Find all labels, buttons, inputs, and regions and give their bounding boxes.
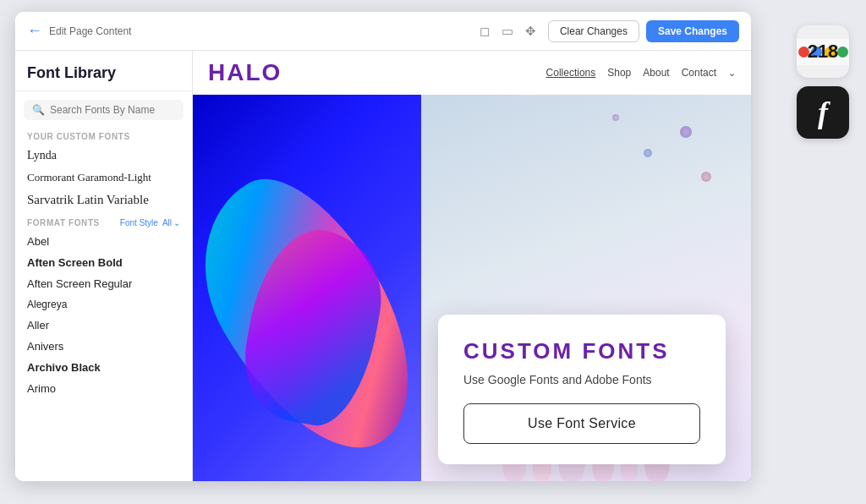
nav-about[interactable]: About bbox=[643, 67, 669, 79]
desktop-icon[interactable]: ◻ bbox=[480, 24, 490, 39]
custom-fonts-panel-subtitle: Use Google Fonts and Adobe Fonts bbox=[463, 373, 700, 386]
nav-contact[interactable]: Contact bbox=[682, 67, 716, 79]
font-item-aften-regular[interactable]: Aften Screen Regular bbox=[15, 273, 192, 294]
hand-graphic bbox=[193, 95, 421, 481]
edit-page-label: Edit Page Content bbox=[49, 25, 131, 37]
custom-fonts-panel: CUSTOM FONTS Use Google Fonts and Adobe … bbox=[438, 315, 726, 464]
nav-shop[interactable]: Shop bbox=[607, 67, 631, 79]
font-item-abel[interactable]: Abel bbox=[15, 231, 192, 252]
font-style-filter[interactable]: Font Style All ⌄ bbox=[120, 218, 180, 227]
search-box: 🔍 bbox=[24, 100, 184, 120]
font-item-anivers[interactable]: Anivers bbox=[15, 336, 192, 357]
main-area: Font Library 🔍 YOUR CUSTOM FONTS Lynda C… bbox=[15, 51, 751, 481]
search-icon: 🔍 bbox=[32, 104, 45, 116]
custom-font-sarvatrik[interactable]: Sarvatrik Latin Variable bbox=[15, 189, 192, 211]
back-button[interactable]: ← bbox=[27, 22, 42, 40]
fullscreen-icon[interactable]: ✥ bbox=[525, 24, 536, 39]
tablet-icon[interactable]: ▭ bbox=[502, 24, 513, 39]
nav-chevron-icon[interactable]: ⌄ bbox=[728, 68, 736, 79]
adobe-f-icon: f bbox=[818, 95, 828, 130]
font-item-alegreya[interactable]: Alegreya bbox=[15, 294, 192, 315]
search-input[interactable] bbox=[50, 104, 175, 116]
custom-font-lynda[interactable]: Lynda bbox=[15, 145, 192, 167]
gf-number-label: 218 bbox=[808, 41, 839, 63]
font-style-value: All bbox=[162, 218, 172, 227]
custom-font-cormorant[interactable]: Cormorant Garamond-Light bbox=[15, 167, 192, 189]
font-style-label: Font Style bbox=[120, 218, 158, 227]
clear-changes-button[interactable]: Clear Changes bbox=[548, 20, 639, 42]
adobe-fonts-icon[interactable]: f bbox=[797, 86, 849, 139]
site-nav-links: Collections Shop About Contact ⌄ bbox=[546, 67, 736, 79]
sidebar-title: Font Library bbox=[15, 51, 192, 91]
format-row: FORMAT FONTS Font Style All ⌄ bbox=[15, 211, 192, 231]
google-fonts-icon[interactable]: 218 bbox=[797, 25, 849, 78]
font-item-arimo[interactable]: Arimo bbox=[15, 378, 192, 399]
hero-image-left bbox=[193, 95, 421, 481]
font-item-aften-bold[interactable]: Aften Screen Bold bbox=[15, 252, 192, 273]
font-item-archivo-black[interactable]: Archivo Black bbox=[15, 357, 192, 378]
site-logo: HALO bbox=[208, 59, 546, 86]
site-nav: HALO Collections Shop About Contact ⌄ bbox=[193, 51, 751, 95]
chevron-down-icon: ⌄ bbox=[173, 218, 180, 227]
top-bar: ← Edit Page Content ◻ ▭ ✥ Clear Changes … bbox=[15, 12, 751, 51]
top-icons: ◻ ▭ ✥ bbox=[480, 24, 536, 39]
editor-window: ← Edit Page Content ◻ ▭ ✥ Clear Changes … bbox=[15, 12, 751, 481]
custom-fonts-label: YOUR CUSTOM FONTS bbox=[15, 125, 192, 145]
site-preview: HALO Collections Shop About Contact ⌄ bbox=[193, 51, 751, 481]
font-item-aller[interactable]: Aller bbox=[15, 315, 192, 336]
save-changes-button[interactable]: Save Changes bbox=[646, 20, 739, 42]
format-fonts-label: FORMAT FONTS bbox=[27, 218, 120, 227]
font-library-sidebar: Font Library 🔍 YOUR CUSTOM FONTS Lynda C… bbox=[15, 51, 193, 481]
font-list: Abel Aften Screen Bold Aften Screen Regu… bbox=[15, 231, 192, 399]
custom-fonts-panel-title: CUSTOM FONTS bbox=[463, 338, 700, 364]
nav-collections[interactable]: Collections bbox=[546, 67, 596, 79]
gf-green-circle bbox=[837, 47, 848, 58]
page-content-area: HALO Collections Shop About Contact ⌄ bbox=[193, 51, 751, 481]
use-font-service-button[interactable]: Use Font Service bbox=[463, 403, 700, 444]
